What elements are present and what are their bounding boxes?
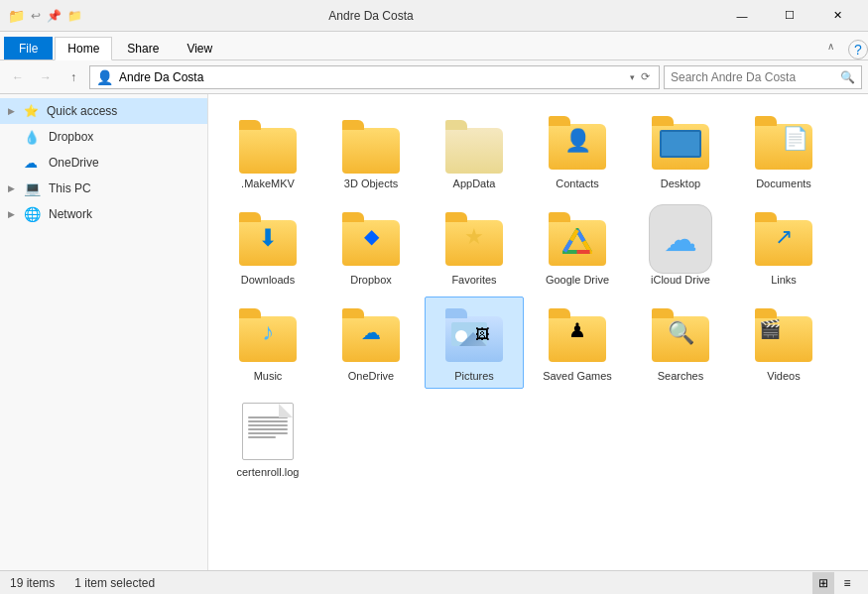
maximize-button[interactable]: ☐ <box>767 0 812 32</box>
tab-share[interactable]: Share <box>114 37 172 59</box>
window-title: Andre Da Costa <box>23 9 719 23</box>
folder-icon-appdata <box>442 111 506 175</box>
file-name-contacts: Contacts <box>556 178 598 189</box>
view-large-icons-button[interactable]: ⊞ <box>812 572 834 594</box>
file-grid: .MakeMKV 3D Objects <box>218 104 858 485</box>
sidebar-item-dropbox[interactable]: 💧 Dropbox <box>0 124 207 150</box>
file-item-videos[interactable]: 🎬 Videos <box>734 297 833 389</box>
file-name-documents: Documents <box>756 178 811 189</box>
tab-file[interactable]: File <box>4 37 53 59</box>
file-item-documents[interactable]: 📄 Documents <box>734 104 833 196</box>
file-item-links[interactable]: ↗ Links <box>734 200 833 293</box>
sidebar-item-this-pc[interactable]: ▶ 💻 This PC <box>0 176 207 201</box>
file-item-onedrive[interactable]: ☁ OneDrive <box>321 297 421 389</box>
sidebar-label-network: Network <box>49 207 92 221</box>
dropbox-icon: 💧 <box>24 130 44 145</box>
forward-button[interactable]: → <box>34 65 58 89</box>
window-controls: — ☐ ✕ <box>719 0 860 32</box>
tab-view[interactable]: View <box>174 37 225 59</box>
main-content: ▶ ⭐ Quick access 💧 Dropbox ☁ OneDrive ▶ … <box>0 94 868 570</box>
folder-icon-dropbox: ◆ <box>339 207 403 271</box>
address-bar: ← → ↑ 👤 Andre Da Costa ▾ ⟳ 🔍 <box>0 60 868 94</box>
file-name-makemkv: .MakeMKV <box>241 178 295 189</box>
ribbon: File Home Share View ∧ ? <box>0 32 868 60</box>
item-count: 19 items <box>10 576 55 590</box>
file-name-certenroll: certenroll.log <box>237 466 300 478</box>
help-button[interactable]: ? <box>848 40 868 59</box>
address-dropdown-icon[interactable]: ▾ <box>627 72 638 82</box>
tab-home[interactable]: Home <box>55 37 112 60</box>
file-item-appdata[interactable]: AppData <box>425 104 524 196</box>
file-item-iclouddrive[interactable]: ☁ iCloud Drive <box>631 200 730 293</box>
file-item-desktop[interactable]: Desktop <box>631 104 730 196</box>
file-item-contacts[interactable]: 👤 Contacts <box>528 104 627 196</box>
sidebar: ▶ ⭐ Quick access 💧 Dropbox ☁ OneDrive ▶ … <box>0 94 208 570</box>
file-name-videos: Videos <box>767 370 800 382</box>
search-box: 🔍 <box>664 65 862 89</box>
expand-icon: ▶ <box>8 209 24 219</box>
sidebar-item-network[interactable]: ▶ 🌐 Network <box>0 201 207 227</box>
onedrive-icon: ☁ <box>24 155 44 171</box>
file-item-downloads[interactable]: ⬇ Downloads <box>218 200 317 293</box>
file-name-downloads: Downloads <box>241 274 295 286</box>
file-item-favorites[interactable]: ★ Favorites <box>425 200 524 293</box>
file-name-music: Music <box>254 370 283 382</box>
folder-icon-downloads: ⬇ <box>236 207 300 271</box>
folder-icon-makemkv <box>236 111 300 175</box>
folder-icon-music: ♪ <box>236 303 300 367</box>
network-icon: 🌐 <box>24 206 44 222</box>
expand-icon: ▶ <box>8 106 24 116</box>
folder-icon-desktop <box>649 111 712 175</box>
sidebar-label-this-pc: This PC <box>49 181 91 195</box>
folder-icon-3dobjects <box>339 111 403 175</box>
file-name-links: Links <box>771 274 797 286</box>
ribbon-tabs: File Home Share View ∧ ? <box>0 32 868 59</box>
file-content: .MakeMKV 3D Objects <box>208 94 868 570</box>
search-icon: 🔍 <box>840 70 855 84</box>
file-name-3dobjects: 3D Objects <box>344 178 398 189</box>
folder-icon-favorites: ★ <box>442 207 506 271</box>
minimize-button[interactable]: — <box>719 0 765 32</box>
sidebar-item-onedrive[interactable]: ☁ OneDrive <box>0 150 207 176</box>
file-name-desktop: Desktop <box>661 178 700 189</box>
expand-icon: ▶ <box>8 183 24 193</box>
address-box: 👤 Andre Da Costa ▾ ⟳ <box>89 65 660 89</box>
folder-icon-iclouddrive: ☁ <box>649 207 712 271</box>
refresh-button[interactable]: ⟳ <box>638 70 653 83</box>
file-item-pictures[interactable]: 🖼 Pictures <box>425 297 524 389</box>
sidebar-label-onedrive: OneDrive <box>49 156 99 170</box>
file-name-savedgames: Saved Games <box>543 370 612 382</box>
title-bar: 📁 ↩ 📌 📁 Andre Da Costa — ☐ ✕ <box>0 0 868 32</box>
file-item-savedgames[interactable]: ♟ Saved Games <box>528 297 627 389</box>
back-button[interactable]: ← <box>6 65 30 89</box>
star-icon: ⭐ <box>24 104 44 118</box>
computer-icon: 💻 <box>24 180 44 196</box>
folder-icon-pictures: 🖼 <box>442 303 506 367</box>
file-name-appdata: AppData <box>453 178 496 189</box>
up-button[interactable]: ↑ <box>62 65 85 89</box>
search-input[interactable] <box>671 70 840 84</box>
file-item-music[interactable]: ♪ Music <box>218 297 317 389</box>
view-controls: ⊞ ≡ <box>812 572 858 594</box>
folder-icon-videos: 🎬 <box>752 303 815 367</box>
close-button[interactable]: ✕ <box>814 0 860 32</box>
folder-icon-searches: 🔍 <box>649 303 712 367</box>
sidebar-item-quick-access[interactable]: ▶ ⭐ Quick access <box>0 98 207 124</box>
folder-icon-googledrive <box>546 207 609 271</box>
address-path: Andre Da Costa <box>119 70 627 84</box>
folder-icon-onedrive: ☁ <box>339 303 403 367</box>
file-name-iclouddrive: iCloud Drive <box>651 274 710 286</box>
sidebar-label-dropbox: Dropbox <box>49 130 93 144</box>
view-details-button[interactable]: ≡ <box>836 572 858 594</box>
file-item-googledrive[interactable]: Google Drive <box>528 200 627 293</box>
file-item-searches[interactable]: 🔍 Searches <box>631 297 730 389</box>
sidebar-label-quick-access: Quick access <box>47 104 117 118</box>
file-item-3dobjects[interactable]: 3D Objects <box>321 104 421 196</box>
file-item-dropbox[interactable]: ◆ Dropbox <box>321 200 421 293</box>
folder-icon-savedgames: ♟ <box>546 303 609 367</box>
ribbon-chevron-icon[interactable]: ∧ <box>819 37 842 56</box>
file-item-makemkv[interactable]: .MakeMKV <box>218 104 317 196</box>
file-name-googledrive: Google Drive <box>546 274 609 286</box>
file-item-certenroll[interactable]: certenroll.log <box>218 393 317 485</box>
folder-icon-documents: 📄 <box>752 111 815 175</box>
